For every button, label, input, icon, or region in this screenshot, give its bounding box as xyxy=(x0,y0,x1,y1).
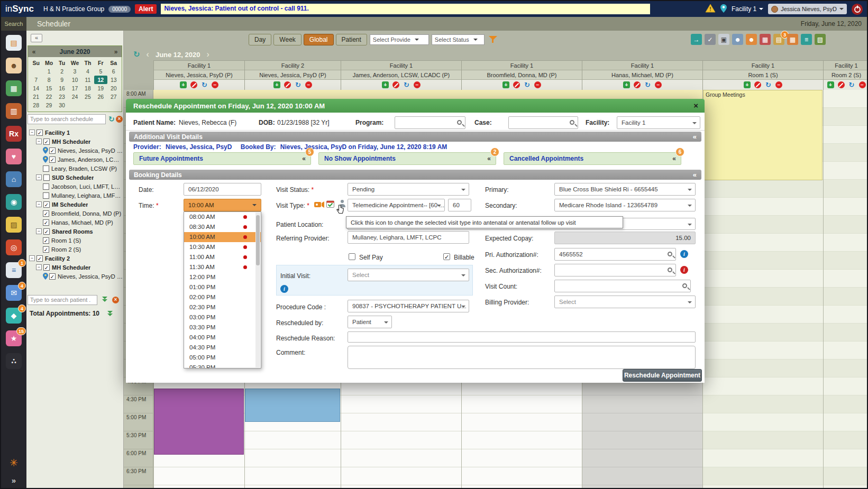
warning-info-icon[interactable]: i xyxy=(680,266,688,274)
block-slot-icon[interactable] xyxy=(754,81,761,88)
calendar-day[interactable]: 4 xyxy=(81,67,94,76)
collapse-toggle-icon[interactable]: − xyxy=(36,139,42,144)
tasks-icon[interactable]: ≡1 xyxy=(6,262,22,278)
search-icon[interactable] xyxy=(682,283,687,288)
time-option[interactable]: 05:30 PM xyxy=(184,363,261,368)
billing-provider-select[interactable]: Select xyxy=(554,296,696,308)
tree-checkbox[interactable] xyxy=(43,228,50,235)
time-option[interactable]: 04:00 PM xyxy=(184,333,261,343)
health-portal-icon[interactable]: ♥ xyxy=(6,149,22,164)
waitlist-icon[interactable]: ≡ xyxy=(801,34,812,45)
expand-rail-icon[interactable]: » xyxy=(12,476,16,485)
reschedule-appointment-button[interactable]: Reschedule Appointment xyxy=(623,369,702,382)
tree-item[interactable]: −SUD Scheduler xyxy=(28,173,123,182)
refresh-slots-icon[interactable]: ↻ xyxy=(403,81,410,88)
collapse-toggle-icon[interactable]: − xyxy=(29,130,35,135)
add-appointment-icon[interactable]: + xyxy=(827,81,834,88)
add-appointment-icon[interactable]: + xyxy=(623,81,630,88)
calendar-day[interactable]: 27 xyxy=(107,93,120,101)
summary-panel[interactable]: Future Appointments«5 xyxy=(133,152,311,165)
expand-patient-search-icon[interactable] xyxy=(102,297,108,303)
close-icon[interactable]: × xyxy=(693,101,698,110)
info-icon[interactable]: i xyxy=(680,250,688,258)
remove-provider-icon[interactable]: − xyxy=(775,81,782,88)
visit-count-input[interactable] xyxy=(554,280,691,292)
view-button-week[interactable]: Week xyxy=(273,34,301,45)
calendar-day[interactable]: 7 xyxy=(30,76,42,84)
clear-patient-search-icon[interactable]: × xyxy=(112,297,119,303)
time-option[interactable]: 11:00 AM xyxy=(184,252,261,262)
primary-insurance-select[interactable]: Blue Cross Blue Shield Ri - 6655445 xyxy=(554,183,696,196)
network-icon[interactable]: ∴ xyxy=(6,353,22,369)
refresh-slots-icon[interactable]: ↻ xyxy=(644,81,651,88)
visit-type-select[interactable]: Telemedicine Appointment-- [60 ... xyxy=(348,199,445,211)
procedure-code-select[interactable]: 90837 - PSYCHOTHERAPY PATIENT U... xyxy=(348,300,469,312)
time-option[interactable]: 10:30 AM xyxy=(184,242,261,252)
telemedicine-camera-icon[interactable] xyxy=(314,201,325,208)
add-appointment-icon[interactable]: + xyxy=(180,81,187,88)
remove-provider-icon[interactable]: − xyxy=(534,81,541,88)
time-option[interactable]: 05:00 PM xyxy=(184,353,261,363)
erx-icon[interactable]: Rx xyxy=(6,126,22,142)
lab-icon[interactable]: ◉ xyxy=(6,194,22,210)
tree-item[interactable]: −Facility 1 xyxy=(28,128,123,137)
add-appointment-icon[interactable]: + xyxy=(744,81,751,88)
calendar-day[interactable]: 13 xyxy=(107,76,120,84)
schedule-column[interactable] xyxy=(823,90,867,488)
settings-gear-icon[interactable]: ✳ xyxy=(10,457,18,469)
program-input[interactable] xyxy=(395,116,465,129)
tree-checkbox[interactable] xyxy=(43,192,49,199)
group-meetings-block[interactable]: Group Meetings xyxy=(703,90,823,180)
date-input[interactable]: 06/12/2020 xyxy=(184,183,261,196)
remove-provider-icon[interactable]: − xyxy=(859,81,866,88)
summary-panel[interactable]: No Show Appointments«2 xyxy=(318,152,496,165)
tree-checkbox[interactable] xyxy=(43,219,49,226)
block-slot-icon[interactable] xyxy=(284,81,291,88)
block-slot-icon[interactable] xyxy=(634,81,641,88)
tree-item[interactable]: −IM Scheduler xyxy=(28,200,123,209)
calendar-day[interactable]: 10 xyxy=(68,76,81,84)
tree-checkbox[interactable] xyxy=(49,147,56,154)
calendar-day[interactable]: 28 xyxy=(30,101,42,109)
calendar-day[interactable]: 11 xyxy=(81,76,94,84)
block-slot-icon[interactable] xyxy=(838,81,845,88)
time-option[interactable]: 04:30 PM xyxy=(184,343,261,353)
calendar-day[interactable]: 19 xyxy=(94,84,107,93)
calendar-day[interactable]: 21 xyxy=(30,93,42,101)
prev-day-icon[interactable]: ‹ xyxy=(147,50,149,59)
tree-checkbox[interactable] xyxy=(43,183,49,190)
billable-checkbox[interactable] xyxy=(443,253,450,260)
calendar-day[interactable]: 14 xyxy=(30,84,42,93)
pri-authorization-input[interactable]: 4565552 xyxy=(554,248,676,261)
calendar-day[interactable]: 12 xyxy=(94,76,107,84)
calendar-day[interactable]: 1 xyxy=(42,67,55,76)
alerts-icon[interactable]: ★15 xyxy=(6,330,22,346)
tree-item[interactable]: −MH Scheduler xyxy=(28,263,123,272)
tree-item[interactable]: James, Anderson, LCSW, LC.. xyxy=(28,155,123,164)
collapse-toggle-icon[interactable]: − xyxy=(36,201,42,207)
calendar-next-icon[interactable]: » xyxy=(110,48,122,56)
remove-provider-icon[interactable]: − xyxy=(305,81,312,88)
tree-checkbox[interactable] xyxy=(43,139,50,145)
chart-search-icon[interactable]: ▣ xyxy=(718,34,729,45)
time-option[interactable]: 02:30 PM xyxy=(184,302,261,312)
calendar-day[interactable]: 2 xyxy=(56,67,68,76)
add-patient-icon[interactable]: ☻ xyxy=(732,34,743,45)
scrollbar-thumb[interactable] xyxy=(256,215,260,265)
refresh-day-icon[interactable]: ↻ xyxy=(133,50,140,59)
clear-schedule-search-icon[interactable]: × xyxy=(116,116,123,123)
collapse-toggle-icon[interactable]: − xyxy=(29,255,35,261)
calendar-day[interactable]: 26 xyxy=(94,93,107,101)
search-icon[interactable] xyxy=(668,252,672,256)
refresh-slots-icon[interactable]: ↻ xyxy=(765,81,772,88)
calendar-day[interactable]: 30 xyxy=(56,101,68,109)
refresh-slots-icon[interactable]: ↻ xyxy=(201,81,208,88)
tree-item[interactable]: Mullaney, Leighara, LMFT, LC xyxy=(28,191,123,200)
tree-item[interactable]: Hanas, Michael, MD (P) xyxy=(28,218,123,227)
calendar-day[interactable]: 8 xyxy=(42,76,55,84)
time-option[interactable]: 11:30 AM xyxy=(184,262,261,272)
status-filter-select[interactable]: Select Status xyxy=(432,34,485,45)
search-icon[interactable] xyxy=(570,120,574,125)
time-option[interactable]: 12:00 PM xyxy=(184,272,261,282)
block-slot-icon[interactable] xyxy=(190,81,197,88)
